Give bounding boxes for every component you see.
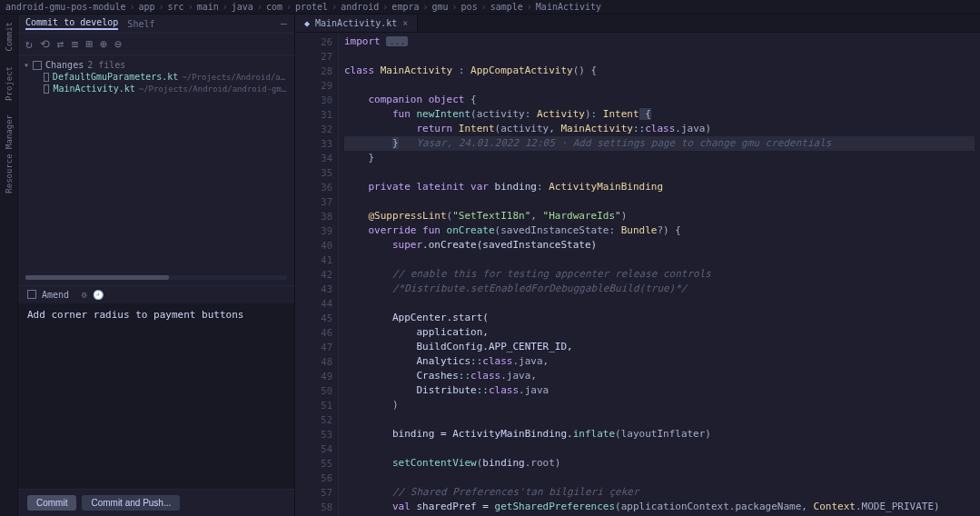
rollback-icon[interactable]: ⟲	[40, 37, 50, 51]
breadcrumb-item[interactable]: app	[138, 2, 154, 12]
commit-toolbar: ↻ ⟲ ⇄ ≡ ⊞ ⊕ ⊖	[18, 34, 294, 55]
file-row[interactable]: DefaultGmuParameters.kt ~/Projects/Andro…	[24, 71, 289, 83]
kotlin-file-icon: ◆	[304, 18, 310, 28]
changes-tree: ▾ Changes 2 files DefaultGmuParameters.k…	[18, 55, 294, 98]
breadcrumb-item[interactable]: pos	[461, 2, 478, 12]
file-row[interactable]: MainActivity.kt ~/Projects/Android/andro…	[24, 83, 289, 94]
editor-tabs: ◆ MainActivity.kt ×	[295, 15, 980, 33]
checkbox[interactable]	[44, 73, 49, 82]
group-icon[interactable]: ⊞	[85, 37, 93, 51]
breadcrumb: android-gmu-pos-module›app›src›main›java…	[0, 0, 980, 15]
breadcrumb-item[interactable]: java	[232, 2, 253, 12]
commit-button[interactable]: Commit	[27, 495, 76, 511]
breadcrumb-item[interactable]: MainActivity	[536, 2, 601, 12]
main-content: Commit Project Resource Manager Commit t…	[0, 15, 980, 516]
breadcrumb-item[interactable]: protel	[295, 2, 328, 12]
editor-tab[interactable]: ◆ MainActivity.kt ×	[295, 15, 418, 32]
refresh-icon[interactable]: ↻	[25, 37, 33, 51]
line-gutter[interactable]: 2627282930313233343536373839404142434445…	[295, 33, 339, 516]
breadcrumb-item[interactable]: android-gmu-pos-module	[5, 2, 125, 12]
breadcrumb-item[interactable]: gmu	[432, 2, 449, 12]
breadcrumb-item[interactable]: src	[168, 2, 184, 12]
commit-buttons: Commit Commit and Push...	[18, 489, 294, 516]
commit-message-input[interactable]	[18, 303, 294, 490]
expand-icon[interactable]: ⊕	[100, 37, 107, 51]
checkbox[interactable]	[33, 61, 42, 70]
checkbox[interactable]	[44, 84, 49, 94]
hide-panel-icon[interactable]: —	[281, 17, 287, 30]
amend-checkbox[interactable]	[27, 290, 36, 299]
collapse-icon[interactable]: ⊖	[114, 37, 122, 51]
gear-icon[interactable]: ⚙	[82, 290, 87, 300]
horizontal-scrollbar[interactable]	[25, 275, 287, 280]
breadcrumb-item[interactable]: empra	[391, 2, 419, 12]
editor-area: ◆ MainActivity.kt × 26272829303132333435…	[295, 15, 980, 516]
tab-commit-branch[interactable]: Commit to develop	[25, 17, 118, 30]
history-icon[interactable]: 🕘	[93, 290, 104, 300]
breadcrumb-item[interactable]: sample	[490, 2, 523, 12]
amend-row: Amend ⚙ 🕘	[18, 285, 294, 303]
left-tool-strip: Commit Project Resource Manager	[0, 15, 18, 516]
commit-and-push-button[interactable]: Commit and Push...	[82, 495, 180, 511]
diff-icon[interactable]: ⇄	[57, 37, 64, 51]
tool-resource-manager[interactable]: Resource Manager	[5, 111, 14, 197]
code-content[interactable]: import ...class MainActivity : AppCompat…	[339, 33, 980, 516]
editor-tab-name: MainActivity.kt	[315, 18, 397, 28]
commit-tabs: Commit to develop Shelf —	[18, 15, 294, 34]
breadcrumb-item[interactable]: main	[197, 2, 219, 12]
tool-commit[interactable]: Commit	[5, 18, 14, 55]
chevron-down-icon[interactable]: ▾	[24, 60, 29, 70]
commit-panel: Commit to develop Shelf — ↻ ⟲ ⇄ ≡ ⊞ ⊕ ⊖ …	[18, 15, 295, 516]
close-icon[interactable]: ×	[402, 18, 408, 28]
changelist-icon[interactable]: ≡	[72, 37, 79, 51]
tool-project[interactable]: Project	[5, 63, 14, 104]
editor-viewport[interactable]: 2627282930313233343536373839404142434445…	[295, 33, 980, 516]
amend-label: Amend	[42, 290, 69, 300]
breadcrumb-item[interactable]: com	[266, 2, 282, 12]
tab-shelf[interactable]: Shelf	[127, 19, 154, 29]
breadcrumb-item[interactable]: android	[341, 2, 379, 12]
changes-root[interactable]: ▾ Changes 2 files	[24, 59, 289, 71]
